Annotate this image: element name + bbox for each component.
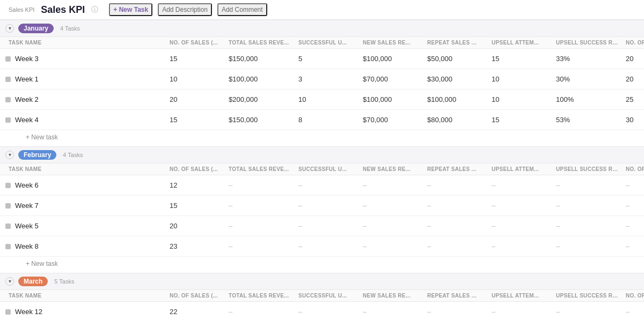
cell-new_sales: –	[360, 198, 424, 213]
table-row: Week 1 10$100,0003$70,000$30,0001030%20$…	[0, 69, 644, 90]
cell-revenue: –	[225, 239, 295, 254]
cell-quotes: –	[623, 239, 644, 254]
info-icon[interactable]: ⓘ	[91, 5, 98, 14]
col-header-5: REPEAT SALES ...	[424, 163, 488, 175]
cell-sales: 15	[166, 113, 225, 127]
table-row: Week 12 22–––––––––	[0, 302, 644, 320]
task-name[interactable]: Week 2	[15, 95, 39, 103]
cell-quotes: 20	[623, 72, 644, 86]
cell-sales: 20	[166, 219, 225, 233]
task-name[interactable]: Week 12	[15, 308, 42, 316]
task-name[interactable]: Week 7	[15, 202, 39, 210]
cell-sales: 20	[166, 92, 225, 107]
cell-quotes: –	[623, 219, 644, 233]
task-name[interactable]: Week 8	[15, 242, 39, 250]
cell-successful: 8	[295, 113, 360, 127]
chevron-icon-january[interactable]: ▾	[5, 24, 14, 33]
cell-repeat_sales: $100,000	[424, 92, 488, 107]
cell-repeat_sales: –	[424, 239, 488, 254]
group-task-count-february: 4 Tasks	[63, 152, 83, 158]
add-description-button[interactable]: Add Description	[158, 3, 212, 16]
task-name-cell: Week 6	[5, 178, 166, 192]
col-header-1: NO. OF SALES (...	[166, 37, 225, 48]
cell-successful: –	[295, 178, 360, 192]
breadcrumb-label: Sales KPI	[9, 6, 34, 13]
task-name[interactable]: Week 6	[15, 181, 39, 189]
cell-upsell_att: –	[488, 178, 553, 192]
task-name-cell: Week 8	[5, 239, 166, 254]
cell-new_sales: –	[360, 239, 424, 254]
task-color-dot	[5, 183, 11, 188]
cell-successful: 10	[295, 92, 360, 107]
col-header-0: Task Name	[5, 37, 166, 48]
task-color-dot	[5, 56, 11, 62]
cell-successful: –	[295, 219, 360, 233]
col-header-5: REPEAT SALES ...	[424, 290, 488, 301]
group-header-february: ▾ February 4 Tasks	[0, 146, 644, 163]
task-color-dot	[5, 203, 11, 209]
col-header-8: NO. OF QUOTES...	[623, 290, 644, 301]
cell-quotes: –	[623, 178, 644, 192]
table-row: Week 2 20$200,00010$100,000$100,00010100…	[0, 90, 644, 110]
cell-quotes: 30	[623, 113, 644, 127]
top-bar: Sales KPI Sales KPI ⓘ + New Task Add Des…	[0, 0, 644, 20]
cell-new_sales: $100,000	[360, 92, 424, 107]
cell-upsell_rate: 100%	[553, 92, 623, 107]
col-header-3: SUCCESSFUL U...	[295, 163, 360, 175]
cell-successful: 3	[295, 72, 360, 86]
page-title: Sales KPI	[41, 4, 85, 16]
group-tag-january[interactable]: January	[18, 24, 54, 33]
task-name[interactable]: Week 1	[15, 75, 39, 83]
cell-repeat_sales: –	[424, 219, 488, 233]
cell-repeat_sales: –	[424, 304, 488, 319]
cell-upsell_att: 15	[488, 113, 553, 127]
task-name[interactable]: Week 3	[15, 55, 39, 63]
col-header-1: NO. OF SALES (...	[166, 163, 225, 175]
chevron-icon-february[interactable]: ▾	[5, 151, 14, 159]
task-name-cell: Week 12	[5, 304, 166, 319]
col-header-4: NEW SALES RE...	[360, 37, 424, 48]
cell-repeat_sales: $80,000	[424, 113, 488, 127]
task-color-dot	[5, 117, 11, 123]
task-color-dot	[5, 77, 11, 82]
cell-revenue: –	[225, 219, 295, 233]
col-header-2: TOTAL SALES REVE...	[225, 163, 295, 175]
cell-upsell_att: –	[488, 304, 553, 319]
task-color-dot	[5, 244, 11, 249]
cell-sales: 15	[166, 198, 225, 213]
col-header-4: NEW SALES RE...	[360, 163, 424, 175]
cell-upsell_rate: –	[553, 304, 623, 319]
cell-upsell_rate: 53%	[553, 113, 623, 127]
chevron-icon-march[interactable]: ▾	[5, 277, 14, 286]
cell-quotes: –	[623, 304, 644, 319]
col-header-8: NO. OF QUOTES...	[623, 163, 644, 175]
cell-successful: 5	[295, 51, 360, 66]
cell-new_sales: –	[360, 304, 424, 319]
group-header-march: ▾ March 5 Tasks	[0, 273, 644, 290]
table-row: Week 4 15$150,0008$70,000$80,0001553%30$…	[0, 110, 644, 130]
col-header-7: UPSELL SUCCESS RATE	[553, 290, 623, 301]
table-row: Week 3 15$150,0005$100,000$50,0001533%20…	[0, 49, 644, 69]
cell-revenue: $150,000	[225, 113, 295, 127]
cell-repeat_sales: –	[424, 198, 488, 213]
new-task-january[interactable]: + New task	[0, 130, 644, 146]
cell-revenue: $100,000	[225, 72, 295, 86]
new-task-button[interactable]: + New Task	[109, 3, 152, 16]
task-name-cell: Week 2	[5, 92, 166, 107]
group-tag-march[interactable]: March	[18, 277, 48, 286]
group-tag-february[interactable]: February	[18, 150, 56, 160]
cell-upsell_rate: 30%	[553, 72, 623, 86]
task-name-cell: Week 4	[5, 113, 166, 127]
cell-new_sales: $70,000	[360, 113, 424, 127]
task-name[interactable]: Week 5	[15, 222, 39, 230]
col-header-1: NO. OF SALES (...	[166, 290, 225, 301]
cell-quotes: –	[623, 198, 644, 213]
new-task-february[interactable]: + New task	[0, 257, 644, 273]
add-comment-button[interactable]: Add Comment	[217, 3, 267, 16]
group-task-count-march: 5 Tasks	[54, 278, 74, 285]
task-name[interactable]: Week 4	[15, 116, 39, 124]
cell-revenue: –	[225, 178, 295, 192]
cell-quotes: 20	[623, 51, 644, 66]
cell-upsell_rate: –	[553, 239, 623, 254]
task-name-cell: Week 7	[5, 198, 166, 213]
